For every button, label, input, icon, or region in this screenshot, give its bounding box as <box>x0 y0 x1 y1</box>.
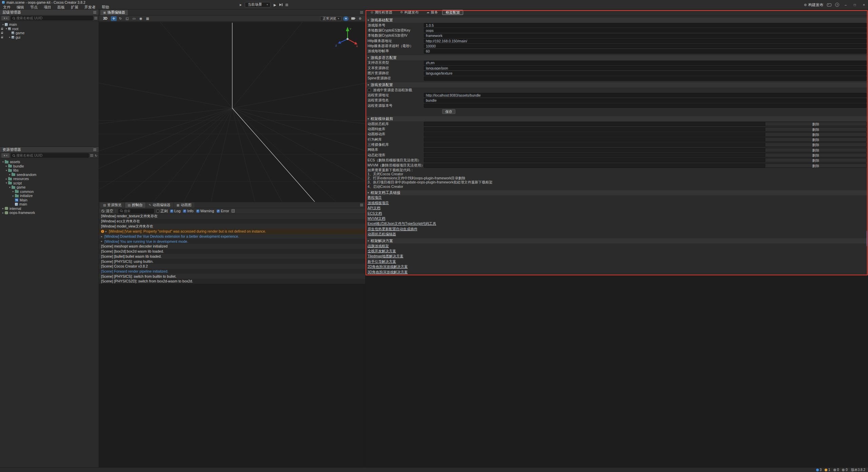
filter-icon[interactable] <box>90 154 93 157</box>
camera-icon[interactable] <box>350 16 356 21</box>
step-button[interactable] <box>279 3 282 6</box>
light-toggle-icon[interactable]: ☀ <box>343 16 349 21</box>
log-entry[interactable]: [Scene] [box2d]:box2d wasm lib loaded. <box>99 249 365 254</box>
doc-link[interactable]: API文档 <box>368 206 380 211</box>
field-input[interactable] <box>424 28 867 33</box>
expand-arrow[interactable]: ▸ <box>12 194 15 197</box>
clear-console-button[interactable]: 清空 <box>101 209 113 214</box>
create-node-button[interactable]: +▾ <box>1 16 9 20</box>
view-mode-select[interactable]: 正常浏览 ▾ <box>320 16 341 21</box>
expand-arrow[interactable]: ▾ <box>8 186 12 189</box>
filter-checkbox[interactable] <box>196 210 199 213</box>
section-header[interactable]: ▾ 游戏多语言配置 <box>366 55 868 60</box>
regex-toggle[interactable]: 正则 <box>156 209 168 214</box>
console-tab[interactable]: 资源预览 <box>100 202 124 208</box>
save-button[interactable]: 保存 <box>442 109 455 114</box>
hierarchy-search-input[interactable] <box>16 16 91 20</box>
filter-checkbox[interactable] <box>170 210 173 213</box>
console-tab[interactable]: 控制台 <box>125 202 145 208</box>
section-header[interactable]: ▾ 游戏基础配置 <box>366 18 868 23</box>
axis-gizmo[interactable]: Y X Z <box>335 25 360 51</box>
log-entry[interactable]: [Scene] [PHYSICS2D]: switch from box2d-w… <box>99 279 365 284</box>
tool-button[interactable] <box>131 16 137 21</box>
expand-arrow[interactable]: ▸ <box>5 177 8 180</box>
maximize-button[interactable]: □ <box>852 3 857 7</box>
hierarchy-node[interactable]: ▸ gui <box>0 35 99 40</box>
doc-link[interactable]: 3D角色扮演游戏解决方案 <box>368 270 408 275</box>
delete-button[interactable]: 删除 <box>765 137 867 142</box>
menu-item[interactable]: 面板 <box>54 5 68 9</box>
menu-item[interactable]: 文件 <box>0 5 14 9</box>
build-publish-button[interactable]: ⚙ 构建发布 <box>804 2 823 7</box>
search-field[interactable] <box>11 16 93 20</box>
asset-node[interactable]: ▸ common <box>0 190 99 194</box>
terminal-icon[interactable] <box>827 3 831 6</box>
refresh-icon[interactable]: ↻ <box>95 154 97 157</box>
hierarchy-node[interactable]: ▾ root <box>0 27 99 31</box>
log-entry[interactable]: [Scene] meshopt wasm decoder initialized <box>99 244 365 249</box>
menu-item[interactable]: 开发者 <box>81 5 99 9</box>
tool-button[interactable] <box>111 16 117 21</box>
hierarchy-node[interactable]: game <box>0 31 99 35</box>
expand-arrow[interactable]: ▾ <box>5 169 8 172</box>
doc-link[interactable]: 全栈开发解决方案 <box>368 249 396 254</box>
dimension-toggle[interactable]: 3D <box>101 16 109 21</box>
expand-arrow[interactable]: ▸ <box>8 36 12 39</box>
log-entry[interactable]: [Scene] Cocos Creator v3.8.2 <box>99 264 365 269</box>
log-entry[interactable]: [Window] model_view文件夹存在 <box>99 224 365 229</box>
field-input[interactable] <box>424 93 867 97</box>
inspector-tab[interactable]: 服务 <box>423 10 441 15</box>
doc-link[interactable]: 新手引导解决方案 <box>368 259 396 264</box>
asset-node[interactable]: ▸ initialize <box>0 194 99 198</box>
expand-arrow[interactable]: ▸ <box>8 173 12 176</box>
log-entry[interactable]: [Scene] Forward render pipeline initiali… <box>99 269 365 274</box>
doc-link[interactable]: 原生包热更新配置自动生成插件 <box>368 227 417 232</box>
expand-arrow[interactable]: ▸ <box>12 190 15 193</box>
filter-checkbox[interactable] <box>217 210 220 213</box>
panel-menu-icon[interactable] <box>93 11 96 14</box>
log-filter[interactable]: Error <box>217 209 229 213</box>
section-header[interactable]: ▾ 框架模块裁剪 <box>366 116 868 121</box>
panel-menu-icon[interactable] <box>360 11 363 14</box>
section-header[interactable]: ▾ 游戏资源配置 <box>366 82 868 87</box>
expand-arrow[interactable]: ▾ <box>5 181 8 184</box>
play-button[interactable]: ▶ <box>274 3 276 7</box>
doc-link[interactable]: 教程项目 <box>368 195 382 200</box>
field-input[interactable] <box>424 76 867 81</box>
asset-node[interactable]: ▸ seedrandom <box>0 173 99 177</box>
gear-icon[interactable]: ⚙ <box>357 16 363 21</box>
menu-item[interactable]: 帮助 <box>99 5 112 9</box>
field-input[interactable] <box>424 61 867 65</box>
asset-node[interactable]: ▾ assets <box>0 160 99 164</box>
scene-viewport[interactable]: Y X Z <box>99 22 365 202</box>
asset-node[interactable]: ▸ resources <box>0 177 99 181</box>
remote-load-checkbox[interactable] <box>368 88 371 92</box>
status-badge[interactable]: 3 <box>816 468 822 472</box>
asset-node[interactable]: ▾ script <box>0 181 99 185</box>
asset-node[interactable]: ▸ bundle <box>0 164 99 169</box>
scene-select[interactable]: 当前场景 ▾ <box>245 2 271 7</box>
scrollbar[interactable] <box>867 231 868 246</box>
log-entry[interactable]: ▸ [Window] You are running Vue in develo… <box>99 239 365 244</box>
delete-button[interactable]: 删除 <box>765 158 867 162</box>
tab-scene-editor[interactable]: 场景编辑器 <box>100 10 128 15</box>
tool-button[interactable] <box>124 16 130 21</box>
doc-link[interactable]: Excel格式转Json文件与TypeScript代码工具 <box>368 221 436 226</box>
doc-link[interactable]: 2D角色扮演游戏解决方案 <box>368 264 408 269</box>
regex-checkbox[interactable] <box>156 210 159 213</box>
tool-button[interactable] <box>118 16 123 21</box>
section-header[interactable]: ▾ 框架文档工具链接 <box>366 190 868 195</box>
console-search-input[interactable] <box>124 209 152 213</box>
asset-node[interactable]: main <box>0 202 99 206</box>
menu-item[interactable]: 扩展 <box>68 5 81 9</box>
log-entry[interactable]: [Scene] [PHYSICS]: switch from builtin t… <box>99 274 365 279</box>
log-filter[interactable]: Log <box>170 209 180 213</box>
status-badge[interactable]: 0 <box>833 468 839 472</box>
delete-button[interactable]: 删除 <box>765 142 867 147</box>
asset-node[interactable]: Main <box>0 198 99 202</box>
preview-target-icon[interactable]: ➤ <box>239 3 242 7</box>
console-tab[interactable]: 动画图 <box>174 202 194 208</box>
field-input[interactable] <box>424 103 867 108</box>
console-search-field[interactable] <box>118 209 154 213</box>
menu-item[interactable]: 编辑 <box>14 5 27 9</box>
